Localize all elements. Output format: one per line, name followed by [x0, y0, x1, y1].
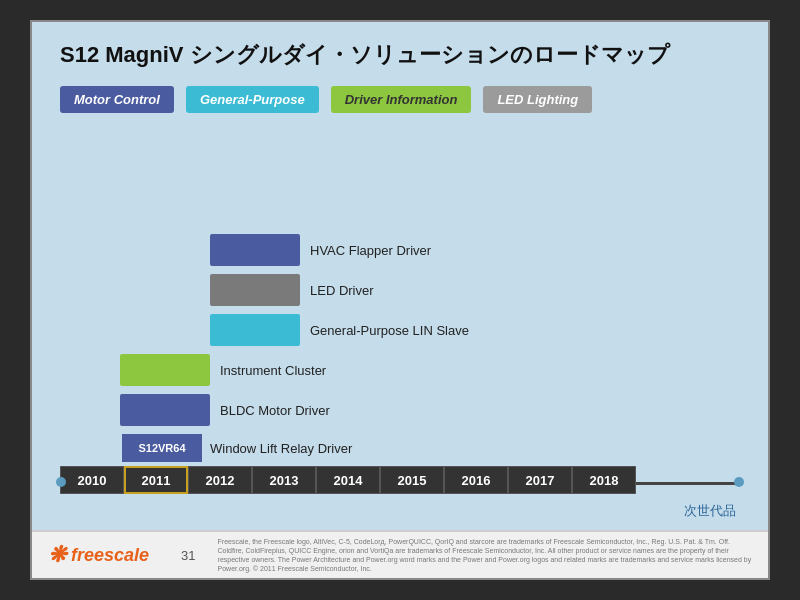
legend-row: Motor Control General-Purpose Driver Inf…	[60, 86, 740, 113]
timeline-dot-right	[734, 477, 744, 487]
timeline-row: 201020112012201320142015201620172018	[60, 466, 740, 494]
step-gp: General-Purpose LIN Slave	[210, 314, 469, 346]
freescale-icon: ❋	[48, 542, 66, 568]
freescale-logo: ❋ freescale	[48, 542, 149, 568]
step-bldc-box	[120, 394, 210, 426]
slide-title: S12 MagniV シングルダイ・ソリューションのロードマップ	[60, 40, 740, 70]
chart-area: HVAC Flapper Driver LED Driver General-P…	[60, 131, 740, 520]
year-box-2014: 2014	[316, 466, 380, 494]
step-instrument-box	[120, 354, 210, 386]
staircase: HVAC Flapper Driver LED Driver General-P…	[60, 202, 740, 462]
footer: ❋ freescale 31 Freescale, the Freescale …	[32, 530, 768, 578]
step-gp-label: General-Purpose LIN Slave	[310, 323, 469, 338]
year-box-2010: 2010	[60, 466, 124, 494]
year-box-2011: 2011	[124, 466, 188, 494]
timeline-wrapper: 201020112012201320142015201620172018	[60, 466, 740, 498]
page-number: 31	[181, 548, 195, 563]
legend-general: General-Purpose	[186, 86, 319, 113]
legend-led: LED Lighting	[483, 86, 592, 113]
legend-motor: Motor Control	[60, 86, 174, 113]
step-window-label: Window Lift Relay Driver	[210, 441, 352, 456]
year-box-2016: 2016	[444, 466, 508, 494]
step-hvac-label: HVAC Flapper Driver	[310, 243, 431, 258]
slide-container: S12 MagniV シングルダイ・ソリューションのロードマップ Motor C…	[30, 20, 770, 580]
s12vr64-box: S12VR64	[122, 434, 202, 462]
nextgen-label: 次世代品	[60, 502, 740, 520]
brand-name: freescale	[71, 545, 149, 566]
legend-driver: Driver Information	[331, 86, 472, 113]
year-box-2015: 2015	[380, 466, 444, 494]
step-gp-box	[210, 314, 300, 346]
step-led-driver: LED Driver	[210, 274, 374, 306]
step-led-driver-label: LED Driver	[310, 283, 374, 298]
timeline-dot-left	[56, 477, 66, 487]
step-bldc: BLDC Motor Driver	[120, 394, 330, 426]
year-box-2018: 2018	[572, 466, 636, 494]
step-instrument-label: Instrument Cluster	[220, 363, 326, 378]
step-hvac: HVAC Flapper Driver	[210, 234, 431, 266]
year-box-2013: 2013	[252, 466, 316, 494]
step-bldc-label: BLDC Motor Driver	[220, 403, 330, 418]
step-led-driver-box	[210, 274, 300, 306]
slide-content: S12 MagniV シングルダイ・ソリューションのロードマップ Motor C…	[32, 22, 768, 530]
step-instrument: Instrument Cluster	[120, 354, 326, 386]
year-box-2012: 2012	[188, 466, 252, 494]
year-box-2017: 2017	[508, 466, 572, 494]
footer-disclaimer: Freescale, the Freescale logo, AltiVec, …	[218, 537, 752, 573]
step-hvac-box	[210, 234, 300, 266]
